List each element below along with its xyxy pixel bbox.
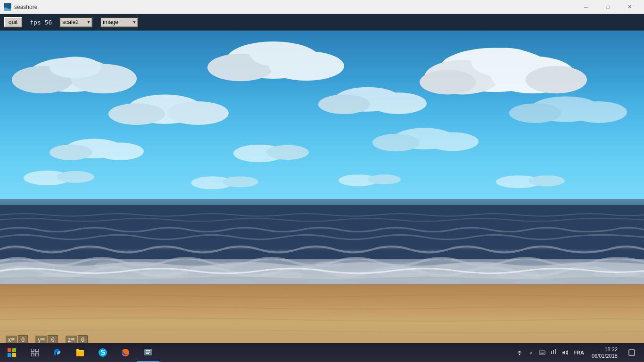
maximize-button[interactable]: □ (597, 0, 619, 14)
task-view-icon (31, 349, 39, 356)
svg-rect-77 (551, 351, 552, 354)
view-select-wrapper: image wireframe solid (100, 17, 138, 27)
toolbar: quit fps 56 scale2 scale1 scale4 image w… (0, 14, 644, 31)
keyboard-tray-icon[interactable] (537, 348, 547, 357)
svg-rect-57 (12, 353, 16, 357)
view-select[interactable]: image wireframe solid (100, 17, 138, 27)
network2-tray-icon[interactable] (549, 348, 558, 357)
volume-tray-icon[interactable] (560, 348, 570, 357)
y-coord-label: y≡ (35, 336, 47, 344)
title-bar-left: seashore (4, 3, 37, 11)
edge-icon (53, 348, 62, 357)
z-coord-label: z≡ (66, 336, 77, 344)
close-button[interactable]: ✕ (619, 0, 640, 14)
quit-button[interactable]: quit (4, 17, 22, 27)
notification-button[interactable] (623, 343, 640, 362)
sand-svg (0, 284, 644, 348)
svg-rect-53 (0, 284, 644, 348)
title-bar: seashore ─ □ ✕ (0, 0, 644, 14)
scale-select[interactable]: scale2 scale1 scale4 (59, 17, 92, 27)
fps-display: fps 56 (30, 19, 52, 26)
clock-time: 18:22 (592, 346, 618, 353)
taskbar-right: ∧ F (515, 343, 644, 362)
firefox-icon (121, 348, 130, 357)
svg-rect-79 (555, 349, 556, 354)
svg-rect-58 (31, 349, 34, 352)
file-explorer-button[interactable] (69, 343, 91, 362)
x-coord-label: x≡ (6, 336, 17, 344)
sand-area (0, 284, 644, 348)
minimize-button[interactable]: ─ (575, 0, 597, 14)
file-manager-icon (143, 347, 153, 357)
svg-rect-80 (629, 350, 635, 355)
app-window: quit fps 56 scale2 scale1 scale4 image w… (0, 14, 644, 348)
firefox-button[interactable] (114, 343, 137, 362)
svg-rect-54 (8, 348, 11, 352)
svg-rect-62 (76, 351, 84, 356)
task-view-button[interactable] (24, 343, 46, 362)
skype-icon (98, 348, 107, 357)
window-controls: ─ □ ✕ (575, 0, 640, 14)
system-clock[interactable]: 18:22 06/01/2018 (588, 346, 621, 360)
network-tray-icon[interactable] (515, 348, 524, 357)
edge-button[interactable] (46, 343, 69, 362)
start-button[interactable] (0, 343, 24, 362)
scale-select-wrapper: scale2 scale1 scale4 (59, 17, 92, 27)
up-arrow-tray[interactable]: ∧ (526, 348, 536, 357)
svg-point-69 (519, 354, 520, 355)
window-title: seashore (14, 4, 37, 10)
app-icon (4, 3, 11, 11)
scene-canvas: x≡ 0 y≡ 0 z≡ 0 (0, 31, 644, 348)
svg-rect-56 (8, 353, 11, 357)
language-indicator[interactable]: FRA (571, 350, 586, 355)
sky-background (0, 31, 644, 227)
notification-icon (628, 349, 635, 356)
svg-rect-55 (12, 348, 16, 352)
windows-icon (8, 348, 16, 357)
file-explorer-icon (75, 348, 85, 357)
svg-rect-59 (35, 349, 39, 352)
taskbar: ∧ F (0, 343, 644, 362)
svg-rect-60 (31, 353, 34, 356)
svg-rect-61 (35, 353, 39, 356)
skype-button[interactable] (91, 343, 114, 362)
svg-rect-70 (539, 351, 545, 354)
svg-rect-78 (553, 350, 554, 354)
file-manager-button[interactable] (137, 343, 159, 362)
clock-date: 06/01/2018 (592, 353, 618, 359)
